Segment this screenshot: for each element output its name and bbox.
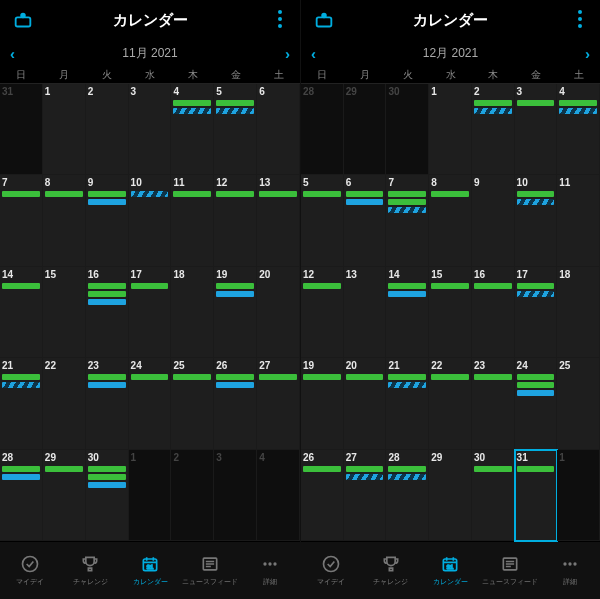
calendar-cell[interactable]: 4	[557, 84, 600, 175]
calendar-cell[interactable]: 4	[257, 450, 300, 541]
calendar-cell[interactable]: 23	[86, 358, 129, 449]
calendar-cell[interactable]: 11	[171, 175, 214, 266]
calendar-cell[interactable]: 2	[171, 450, 214, 541]
calendar-cell[interactable]: 13	[344, 267, 387, 358]
tab-trophy[interactable]: チャレンジ	[361, 542, 421, 599]
calendar-cell[interactable]: 29	[43, 450, 86, 541]
calendar-cell[interactable]: 13	[257, 175, 300, 266]
calendar-cell[interactable]: 20	[257, 267, 300, 358]
calendar-cell[interactable]: 30	[472, 450, 515, 541]
calendar-cell[interactable]: 17	[129, 267, 172, 358]
calendar-cell[interactable]: 8	[43, 175, 86, 266]
calendar-cell[interactable]: 1	[129, 450, 172, 541]
activity-bar	[173, 191, 211, 197]
calendar-cell[interactable]: 30	[386, 84, 429, 175]
menu-icon[interactable]	[272, 10, 288, 28]
prev-month-button[interactable]: ‹	[311, 45, 316, 62]
calendar-cell[interactable]: 24	[129, 358, 172, 449]
calendar-cell[interactable]: 10	[129, 175, 172, 266]
menu-icon[interactable]	[572, 10, 588, 28]
prev-month-button[interactable]: ‹	[10, 45, 15, 62]
calendar-cell[interactable]: 31	[515, 450, 558, 541]
device-icon[interactable]	[12, 10, 34, 36]
calendar-cell[interactable]: 3	[515, 84, 558, 175]
weekday-label: 土	[557, 66, 600, 83]
calendar-cell[interactable]: 12	[301, 267, 344, 358]
calendar-cell[interactable]: 18	[171, 267, 214, 358]
calendar-cell[interactable]: 1	[429, 84, 472, 175]
calendar-cell[interactable]: 3	[129, 84, 172, 175]
calendar-cell[interactable]: 2	[472, 84, 515, 175]
calendar-cell[interactable]: 17	[515, 267, 558, 358]
tab-label: マイデイ	[317, 577, 345, 587]
calendar-cell[interactable]: 4	[171, 84, 214, 175]
calendar-cell[interactable]: 28	[386, 450, 429, 541]
calendar-cell[interactable]: 3	[214, 450, 257, 541]
calendar-cell[interactable]: 21	[0, 358, 43, 449]
next-month-button[interactable]: ›	[585, 45, 590, 62]
weekday-label: 土	[257, 66, 300, 83]
calendar-cell[interactable]: 23	[472, 358, 515, 449]
day-number: 1	[45, 86, 83, 97]
calendar-cell[interactable]: 5	[214, 84, 257, 175]
calendar-cell[interactable]: 14	[0, 267, 43, 358]
calendar-cell[interactable]: 30	[86, 450, 129, 541]
calendar-cell[interactable]: 22	[43, 358, 86, 449]
tab-check[interactable]: マイデイ	[0, 542, 60, 599]
calendar-cell[interactable]: 6	[257, 84, 300, 175]
calendar-cell[interactable]: 19	[301, 358, 344, 449]
day-number: 13	[346, 269, 384, 280]
calendar-cell[interactable]: 26	[214, 358, 257, 449]
tab-more[interactable]: 詳細	[540, 542, 600, 599]
tab-calendar[interactable]: 31カレンダー	[120, 542, 180, 599]
calendar-cell[interactable]: 1	[557, 450, 600, 541]
calendar-cell[interactable]: 11	[557, 175, 600, 266]
calendar-cell[interactable]: 27	[257, 358, 300, 449]
calendar-cell[interactable]: 27	[344, 450, 387, 541]
svg-point-8	[273, 562, 276, 565]
activity-bar	[431, 191, 469, 197]
calendar-cell[interactable]: 29	[344, 84, 387, 175]
calendar-cell[interactable]: 10	[515, 175, 558, 266]
tab-news[interactable]: ニュースフィード	[480, 542, 540, 599]
calendar-cell[interactable]: 15	[429, 267, 472, 358]
activity-bar	[388, 191, 426, 197]
calendar-cell[interactable]: 16	[472, 267, 515, 358]
activity-bar	[303, 374, 341, 380]
activity-bar	[517, 390, 555, 396]
calendar-cell[interactable]: 9	[86, 175, 129, 266]
calendar-cell[interactable]: 24	[515, 358, 558, 449]
calendar-cell[interactable]: 5	[301, 175, 344, 266]
day-number: 18	[559, 269, 597, 280]
calendar-cell[interactable]: 26	[301, 450, 344, 541]
device-icon[interactable]	[313, 10, 335, 36]
calendar-cell[interactable]: 18	[557, 267, 600, 358]
calendar-cell[interactable]: 31	[0, 84, 43, 175]
calendar-cell[interactable]: 1	[43, 84, 86, 175]
calendar-cell[interactable]: 25	[557, 358, 600, 449]
calendar-cell[interactable]: 2	[86, 84, 129, 175]
calendar-cell[interactable]: 7	[386, 175, 429, 266]
tab-trophy[interactable]: チャレンジ	[60, 542, 120, 599]
calendar-cell[interactable]: 9	[472, 175, 515, 266]
calendar-cell[interactable]: 29	[429, 450, 472, 541]
calendar-cell[interactable]: 7	[0, 175, 43, 266]
calendar-cell[interactable]: 8	[429, 175, 472, 266]
tab-more[interactable]: 詳細	[240, 542, 300, 599]
calendar-cell[interactable]: 15	[43, 267, 86, 358]
calendar-cell[interactable]: 28	[0, 450, 43, 541]
tab-news[interactable]: ニュースフィード	[180, 542, 240, 599]
calendar-cell[interactable]: 20	[344, 358, 387, 449]
calendar-cell[interactable]: 19	[214, 267, 257, 358]
calendar-cell[interactable]: 6	[344, 175, 387, 266]
next-month-button[interactable]: ›	[285, 45, 290, 62]
tab-check[interactable]: マイデイ	[301, 542, 361, 599]
calendar-cell[interactable]: 14	[386, 267, 429, 358]
calendar-cell[interactable]: 21	[386, 358, 429, 449]
calendar-cell[interactable]: 22	[429, 358, 472, 449]
calendar-cell[interactable]: 25	[171, 358, 214, 449]
tab-calendar[interactable]: 31カレンダー	[421, 542, 481, 599]
calendar-cell[interactable]: 28	[301, 84, 344, 175]
calendar-cell[interactable]: 16	[86, 267, 129, 358]
calendar-cell[interactable]: 12	[214, 175, 257, 266]
